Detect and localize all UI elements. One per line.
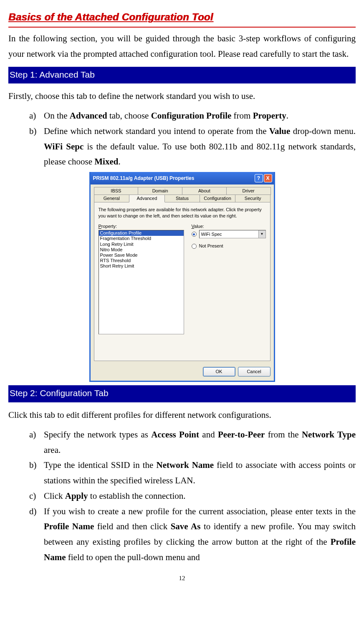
radio-icon[interactable] <box>192 244 197 249</box>
tab-about[interactable]: About <box>182 187 227 195</box>
page-number: 12 <box>8 573 356 584</box>
step1-lead: Firstly, choose this tab to define the n… <box>8 88 356 104</box>
cancel-button[interactable]: Cancel <box>238 367 270 376</box>
properties-dialog: PRISM 802.11a/g Adapter (USB) Properties… <box>89 172 275 382</box>
list-marker: b) <box>29 457 37 473</box>
panel-description: The following properties are available f… <box>99 207 266 219</box>
dialog-tabs: IBSS Domain About Driver General Advance… <box>94 187 270 361</box>
intro-paragraph: In the following section, you will be gu… <box>8 31 356 62</box>
help-button[interactable]: ? <box>255 174 263 182</box>
step2-list: a) Specify the network types as Access P… <box>8 427 356 565</box>
step2-item-a: a) Specify the network types as Access P… <box>29 427 356 458</box>
step2-lead: Click this tab to edit different profile… <box>8 407 356 423</box>
property-item[interactable]: Long Retry Limit <box>99 242 184 247</box>
value-dropdown-value: WiFi Spec <box>200 232 258 237</box>
list-marker: d) <box>29 504 37 519</box>
not-present-label: Not Present <box>199 243 223 249</box>
list-marker: a) <box>29 108 36 124</box>
list-marker: c) <box>29 488 36 504</box>
step2-item-c: c) Click Apply to establish the connecti… <box>29 488 356 504</box>
dialog-title: PRISM 802.11a/g Adapter (USB) Properties <box>93 175 254 181</box>
tab-panel-advanced: The following properties are available f… <box>94 202 270 361</box>
step1-header: Step 1: Advanced Tab <box>8 67 356 84</box>
tab-configuration[interactable]: Configuration <box>200 195 235 202</box>
step1-item-a: a) On the Advanced tab, choose Configura… <box>29 108 356 124</box>
close-button[interactable]: X <box>264 174 272 182</box>
tab-ibss[interactable]: IBSS <box>94 187 139 195</box>
value-present-radio[interactable]: WiFi Spec ▼ <box>192 230 266 238</box>
tab-domain[interactable]: Domain <box>138 187 182 195</box>
property-item[interactable]: RTS Threshold <box>99 258 184 263</box>
tab-status[interactable]: Status <box>164 195 200 202</box>
radio-icon[interactable] <box>192 232 197 237</box>
step2-item-d: d) If you wish to create a new profile f… <box>29 504 356 565</box>
chevron-down-icon[interactable]: ▼ <box>258 230 265 238</box>
property-item[interactable]: Short Retry Limit <box>99 263 184 269</box>
property-item[interactable]: Power Save Mode <box>99 253 184 258</box>
property-item[interactable]: Fragmentation Threshold <box>99 236 184 241</box>
properties-dialog-figure: PRISM 802.11a/g Adapter (USB) Properties… <box>8 172 356 382</box>
tab-advanced[interactable]: Advanced <box>129 195 165 202</box>
value-not-present-radio[interactable]: Not Present <box>192 243 266 249</box>
property-item-configuration-profile[interactable]: Configuration Profile <box>99 230 184 236</box>
value-dropdown[interactable]: WiFi Spec ▼ <box>199 230 266 238</box>
property-listbox[interactable]: Configuration Profile Fragmentation Thre… <box>99 230 184 334</box>
tab-security[interactable]: Security <box>235 195 271 202</box>
step2-item-b: b) Type the identical SSID in the Networ… <box>29 457 356 488</box>
list-marker: a) <box>29 427 36 442</box>
tab-general[interactable]: General <box>94 195 130 202</box>
tab-driver[interactable]: Driver <box>226 187 271 195</box>
property-item[interactable]: Nitro Mode <box>99 247 184 253</box>
property-label: Property: <box>99 224 184 229</box>
step1-list: a) On the Advanced tab, choose Configura… <box>8 108 356 169</box>
ok-button[interactable]: OK <box>203 367 235 376</box>
page-title: Basics of the Attached Configuration Too… <box>8 8 356 28</box>
step1-item-b: b) Define which network standard you int… <box>29 124 356 169</box>
step2-header: Step 2: Configuration Tab <box>8 385 356 402</box>
dialog-titlebar[interactable]: PRISM 802.11a/g Adapter (USB) Properties… <box>91 172 274 184</box>
value-label: Value: <box>192 224 266 229</box>
list-marker: b) <box>29 124 37 139</box>
